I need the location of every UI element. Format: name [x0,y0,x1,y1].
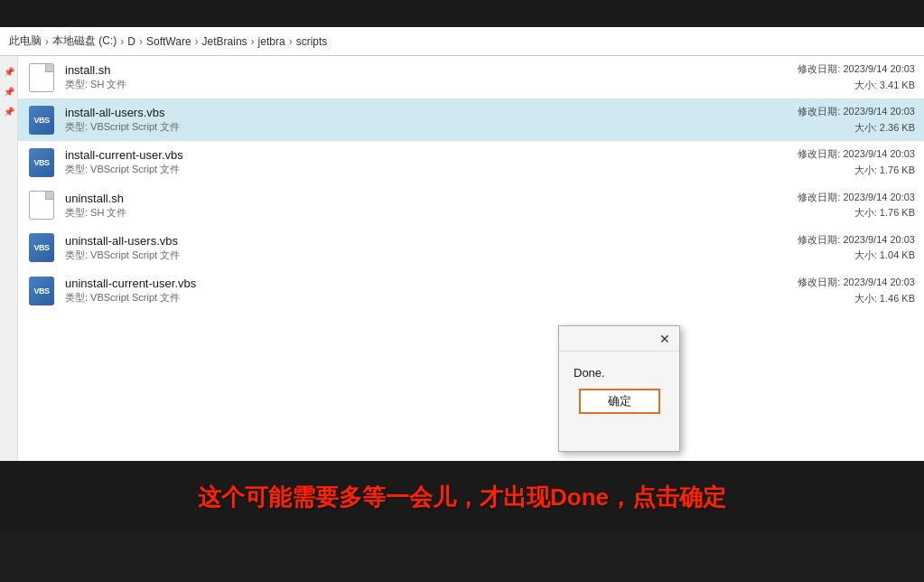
file-icon-sh [27,63,56,92]
file-size: 大小: 1.76 KB [798,163,915,179]
file-list: install.sh 类型: SH 文件 修改日期: 2023/9/14 20:… [18,56,924,461]
file-type: 类型: SH 文件 [65,78,798,91]
file-size: 大小: 1.46 KB [798,291,915,307]
file-icon-vbs: VBS [27,233,56,262]
file-info: uninstall.sh 类型: SH 文件 [65,192,798,220]
file-name: install.sh [65,63,798,77]
dialog-message: Done. [574,366,605,380]
dialog-ok-button[interactable]: 确定 [579,389,660,414]
file-type: 类型: VBScript Script 文件 [65,249,798,262]
list-item[interactable]: VBS uninstall-current-user.vbs 类型: VBScr… [18,269,924,312]
file-size: 大小: 3.41 KB [798,78,915,94]
breadcrumb: 此电脑 › 本地磁盘 (C:) › D › SoftWare › JetBrai… [0,27,924,56]
breadcrumb-part[interactable]: 本地磁盘 (C:) [52,33,117,49]
file-meta: 修改日期: 2023/9/14 20:03 大小: 1.04 KB [798,232,915,264]
file-size: 大小: 1.04 KB [798,248,915,264]
list-item[interactable]: VBS install-all-users.vbs 类型: VBScript S… [18,99,924,141]
file-info: install-all-users.vbs 类型: VBScript Scrip… [65,106,798,134]
file-date: 修改日期: 2023/9/14 20:03 [798,275,915,291]
file-name: install-current-user.vbs [65,148,798,162]
pin-icon-3[interactable]: 📌 [3,105,15,117]
file-name: uninstall.sh [65,192,798,205]
file-icon-vbs: VBS [27,106,56,135]
dialog-titlebar: ✕ [559,326,679,352]
breadcrumb-part[interactable]: JetBrains [202,35,247,48]
file-meta: 修改日期: 2023/9/14 20:03 大小: 1.76 KB [798,190,915,221]
left-sidebar: 📌 📌 📌 [0,56,18,461]
breadcrumb-sep-2: › [120,35,124,48]
breadcrumb-sep-6: › [289,35,293,48]
list-item[interactable]: VBS install-current-user.vbs 类型: VBScrip… [18,141,924,183]
annotation-bar: 这个可能需要多等一会儿，才出现Done，点击确定 [0,461,924,533]
file-icon-sh [27,191,56,220]
pin-icon-2[interactable]: 📌 [3,85,15,98]
top-bar [0,0,924,27]
file-explorer: 此电脑 › 本地磁盘 (C:) › D › SoftWare › JetBrai… [0,27,924,461]
file-meta: 修改日期: 2023/9/14 20:03 大小: 2.36 KB [798,104,915,136]
file-icon-vbs: VBS [27,148,56,177]
dialog-footer: 确定 [559,389,679,425]
file-date: 修改日期: 2023/9/14 20:03 [798,104,915,120]
done-dialog: ✕ Done. 确定 [558,325,680,452]
file-meta: 修改日期: 2023/9/14 20:03 大小: 3.41 KB [798,61,915,93]
breadcrumb-part[interactable]: 此电脑 [9,33,42,49]
file-size: 大小: 1.76 KB [798,205,915,221]
file-date: 修改日期: 2023/9/14 20:03 [798,232,915,249]
annotation-text: 这个可能需要多等一会儿，才出现Done，点击确定 [198,482,726,513]
file-info: install-current-user.vbs 类型: VBScript Sc… [65,148,798,176]
file-date: 修改日期: 2023/9/14 20:03 [798,146,915,163]
breadcrumb-part[interactable]: jetbra [258,35,285,48]
file-date: 修改日期: 2023/9/14 20:03 [798,190,915,206]
file-meta: 修改日期: 2023/9/14 20:03 大小: 1.46 KB [798,275,915,306]
file-name: uninstall-all-users.vbs [65,234,798,248]
file-info: install.sh 类型: SH 文件 [65,63,798,91]
file-icon-vbs: VBS [27,277,56,305]
dialog-body: Done. [559,352,679,389]
file-type: 类型: VBScript Script 文件 [65,291,798,305]
breadcrumb-sep-5: › [251,35,255,48]
breadcrumb-part[interactable]: D [127,35,135,48]
list-item[interactable]: VBS uninstall-all-users.vbs 类型: VBScript… [18,227,924,269]
breadcrumb-part-scripts[interactable]: scripts [296,35,328,48]
file-type: 类型: VBScript Script 文件 [65,163,798,176]
file-name: install-all-users.vbs [65,106,798,119]
breadcrumb-sep-3: › [139,35,143,48]
list-item[interactable]: uninstall.sh 类型: SH 文件 修改日期: 2023/9/14 2… [18,184,924,227]
pin-icon-1[interactable]: 📌 [3,65,15,78]
file-type: 类型: SH 文件 [65,206,798,220]
breadcrumb-part-software[interactable]: SoftWare [146,35,191,48]
file-info: uninstall-current-user.vbs 类型: VBScript … [65,277,798,305]
file-name: uninstall-current-user.vbs [65,277,798,290]
dialog-close-button[interactable]: ✕ [656,330,674,348]
file-size: 大小: 2.36 KB [798,120,915,136]
file-type: 类型: VBScript Script 文件 [65,120,798,134]
list-item[interactable]: install.sh 类型: SH 文件 修改日期: 2023/9/14 20:… [18,56,924,99]
file-date: 修改日期: 2023/9/14 20:03 [798,61,915,78]
breadcrumb-sep-4: › [195,35,199,48]
breadcrumb-sep-1: › [45,35,49,48]
file-info: uninstall-all-users.vbs 类型: VBScript Scr… [65,234,798,262]
file-meta: 修改日期: 2023/9/14 20:03 大小: 1.76 KB [798,146,915,178]
